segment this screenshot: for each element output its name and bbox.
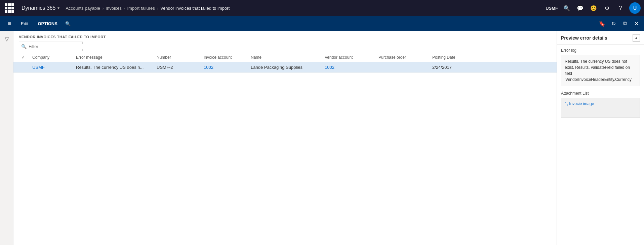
col-header-company[interactable]: Company [30, 53, 73, 62]
bookmark-icon[interactable]: 🔖 [597, 18, 607, 29]
help-icon[interactable]: ? [616, 3, 625, 13]
secondary-search-button[interactable]: 🔍 [63, 18, 73, 29]
main-layout: ▽ VENDOR INVOICES THAT FAILED TO IMPORT … [0, 31, 644, 245]
error-log-box: Results. The currency US does not exist.… [561, 55, 640, 86]
chat-icon[interactable]: 💬 [575, 3, 585, 13]
breadcrumb-sep-2: › [124, 6, 125, 11]
breadcrumb-current: Vendor invoices that failed to import [160, 6, 230, 11]
attachment-box: 1, Invocie image [561, 98, 640, 118]
hamburger-button[interactable]: ≡ [3, 17, 15, 30]
cell-name: Lande Packaging Supplies [248, 62, 322, 72]
waffle-button[interactable] [3, 2, 15, 14]
left-sidebar: ▽ [0, 31, 13, 245]
cell-company[interactable]: USMF [30, 62, 73, 72]
search-icon[interactable]: 🔍 [562, 3, 571, 13]
filter-input[interactable] [29, 44, 85, 49]
cell-purchase-order [376, 62, 430, 72]
options-button[interactable]: OPTIONS [34, 17, 62, 30]
cell-invoice-account[interactable]: 1002 [201, 62, 248, 72]
col-header-check: ✓ [19, 53, 30, 62]
cell-number: USMF-2 [154, 62, 201, 72]
page-title: VENDOR INVOICES THAT FAILED TO IMPORT [19, 35, 551, 39]
secondary-navigation: ≡ Edit OPTIONS 🔍 🔖 ↻ ⧉ ✕ [0, 16, 644, 31]
right-panel: Preview error details ▲ Error log Result… [557, 31, 644, 245]
app-title-chevron[interactable]: ▾ [57, 6, 59, 10]
page-header: VENDOR INVOICES THAT FAILED TO IMPORT [13, 31, 557, 40]
top-navigation: Dynamics 365 ▾ Accounts payable › Invoic… [0, 0, 644, 16]
error-log-label: Error log [561, 48, 640, 53]
content-area: VENDOR INVOICES THAT FAILED TO IMPORT 🔍 … [13, 31, 557, 245]
cell-error-message: Results. The currency US does n... [73, 62, 154, 72]
restore-icon[interactable]: ⧉ [620, 18, 630, 29]
user-avatar[interactable]: U [629, 2, 641, 14]
col-header-number[interactable]: Number [154, 53, 201, 62]
secondary-nav-right: 🔖 ↻ ⧉ ✕ [597, 18, 644, 29]
org-label: USMF [546, 6, 558, 11]
right-panel-content: Error log Results. The currency US does … [557, 45, 644, 245]
breadcrumb-import-failures[interactable]: Import failures [127, 6, 155, 11]
breadcrumb-sep-3: › [157, 6, 158, 11]
user-circle-icon[interactable]: 😊 [589, 3, 598, 13]
col-header-invoice-account[interactable]: Invoice account [201, 53, 248, 62]
right-panel-title: Preview error details [561, 35, 607, 41]
col-header-error-message[interactable]: Error message [73, 53, 154, 62]
breadcrumb: Accounts payable › Invoices › Import fai… [66, 6, 543, 11]
col-header-name[interactable]: Name [248, 53, 322, 62]
attachment-item[interactable]: 1, Invocie image [565, 101, 594, 106]
breadcrumb-sep-1: › [102, 6, 104, 11]
col-header-posting-date[interactable]: Posting Date [430, 53, 473, 62]
cell-check [19, 62, 30, 72]
edit-button[interactable]: Edit [17, 17, 32, 30]
filter-input-wrap: 🔍 [19, 42, 83, 51]
data-table: ✓ Company Error message Number Invoice a… [13, 53, 557, 245]
right-panel-collapse-button[interactable]: ▲ [633, 34, 640, 42]
cell-posting-date: 2/24/2017 [430, 62, 473, 72]
col-header-vendor-account[interactable]: Vendor account [322, 53, 376, 62]
filter-search-icon: 🔍 [19, 44, 29, 49]
settings-icon[interactable]: ⚙ [602, 3, 612, 13]
table-row[interactable]: USMF Results. The currency US does n... … [13, 62, 557, 73]
table-header: ✓ Company Error message Number Invoice a… [13, 53, 557, 62]
filter-sidebar-icon[interactable]: ▽ [1, 34, 12, 44]
close-icon[interactable]: ✕ [631, 18, 641, 29]
cell-vendor-account[interactable]: 1002 [322, 62, 376, 72]
app-title-area: Dynamics 365 ▾ [18, 5, 63, 11]
col-header-purchase-order[interactable]: Purchase order [376, 53, 430, 62]
app-title-label: Dynamics 365 [22, 5, 55, 11]
top-nav-right: USMF 🔍 💬 😊 ⚙ ? U [546, 2, 641, 14]
right-panel-header: Preview error details ▲ [557, 31, 644, 45]
refresh-icon[interactable]: ↻ [608, 18, 618, 29]
attachment-list-label: Attachment List [561, 91, 640, 96]
breadcrumb-invoices[interactable]: Invoices [106, 6, 122, 11]
filter-row: 🔍 [13, 40, 557, 53]
breadcrumb-accounts-payable[interactable]: Accounts payable [66, 6, 100, 11]
